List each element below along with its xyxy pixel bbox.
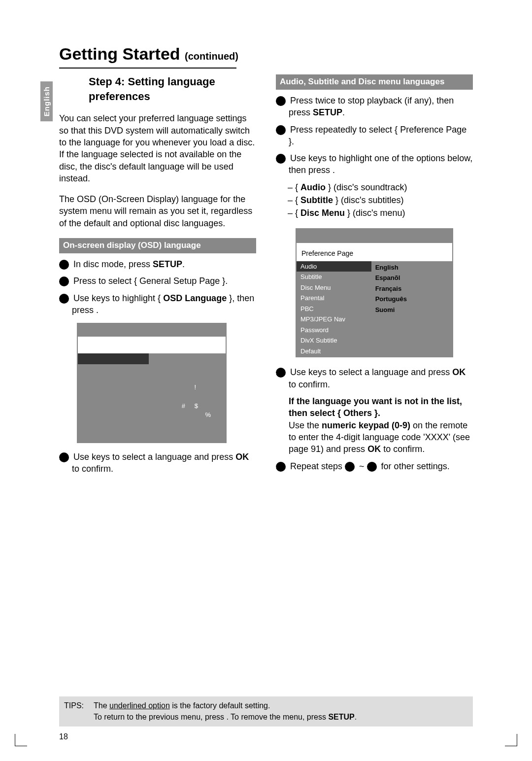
menu-item: Default — [297, 346, 371, 357]
crop-mark-icon — [505, 734, 517, 746]
intro-paragraph-1: You can select your preferred language s… — [59, 112, 256, 184]
menu-item: Suomi — [371, 305, 452, 315]
title-continued: (continued) — [185, 51, 238, 62]
osd-step-2: 2 Press to select { General Setup Page }… — [59, 275, 256, 287]
step-ref-icon: 3 — [345, 462, 355, 472]
menu-item: English — [371, 262, 452, 273]
right-step-4: 4 Use keys to select a language and pres… — [276, 366, 473, 390]
menu-title: Preference Page — [297, 246, 452, 261]
menu-item: DivX Subtitle — [297, 335, 371, 346]
right-step-5: 5 Repeat steps 3 ~ 4 for other settings. — [276, 460, 473, 472]
page: Getting Started (continued) Step 4: Sett… — [0, 0, 532, 505]
left-column: Step 4: Setting language preferences You… — [59, 74, 256, 480]
title-rule — [59, 68, 236, 69]
osd-step-3: 3 Use keys to highlight { OSD Language }… — [59, 292, 256, 316]
audio-section-bar: Audio, Subtitle and Disc menu languages — [276, 74, 473, 90]
menu-item: Subtitle — [297, 272, 371, 282]
crop-mark-icon — [15, 734, 27, 746]
step-number-icon: 5 — [276, 462, 286, 472]
right-step-1: 1 Press twice to stop playback (if any),… — [276, 95, 473, 119]
step-number-icon: 4 — [59, 452, 69, 462]
option-discmenu: – { Disc Menu } (disc's menu) — [276, 207, 473, 219]
tips-bar: TIPS: The underlined option is the facto… — [59, 696, 473, 726]
right-step-3: 3 Use keys to highlight one of the optio… — [276, 152, 473, 176]
tips-label: TIPS: — [64, 700, 84, 723]
right-step-2: 2 Press repeatedly to select { Preferenc… — [276, 124, 473, 148]
osd-menu-illustration: ! # $ % — [77, 323, 227, 443]
section-heading: Step 4: Setting language preferences — [59, 74, 256, 104]
menu-item: MP3/JPEG Nav — [297, 314, 371, 325]
intro-paragraph-2: The OSD (On-Screen Display) language for… — [59, 193, 256, 229]
step-number-icon: 2 — [59, 277, 69, 286]
step-number-icon: 2 — [276, 125, 286, 135]
option-audio: – { Audio } (disc's soundtrack) — [276, 181, 473, 193]
menu-item: Espanõl — [371, 273, 452, 283]
preference-menu-illustration: Preference Page Audio Subtitle Disc Menu… — [296, 228, 453, 358]
osd-mark: $ — [195, 402, 198, 411]
menu-item: Audio — [297, 261, 371, 272]
osd-mark: % — [205, 411, 211, 419]
osd-mark: # — [182, 402, 185, 411]
right-column: Audio, Subtitle and Disc menu languages … — [276, 74, 473, 480]
menu-item: Parental — [297, 293, 371, 304]
step-number-icon: 4 — [276, 368, 286, 378]
option-subtitle: – { Subtitle } (disc's subtitles) — [276, 194, 473, 206]
step-ref-icon: 4 — [367, 462, 377, 472]
osd-step-1: 1 In disc mode, press SETUP. — [59, 258, 256, 270]
menu-right-list: English Espanõl Français Português Suomi — [371, 261, 452, 357]
osd-step-4: 4 Use keys to select a language and pres… — [59, 451, 256, 475]
page-title: Getting Started (continued) — [59, 44, 473, 64]
menu-item: PBC — [297, 304, 371, 314]
osd-mark: ! — [194, 383, 196, 392]
menu-item: Français — [371, 283, 452, 294]
others-note: If the language you want is not in the l… — [276, 395, 473, 455]
title-main: Getting Started — [59, 44, 180, 63]
osd-section-bar: On-screen display (OSD) language — [59, 238, 256, 253]
step-number-icon: 1 — [276, 96, 286, 106]
step-number-icon: 3 — [59, 294, 69, 304]
page-number: 18 — [59, 732, 68, 741]
step-number-icon: 1 — [59, 260, 69, 270]
menu-item: Disc Menu — [297, 282, 371, 293]
menu-item: Password — [297, 325, 371, 336]
menu-item: Português — [371, 294, 452, 305]
step-number-icon: 3 — [276, 154, 286, 164]
tips-text: The underlined option is the factory def… — [94, 700, 357, 723]
menu-left-list: Audio Subtitle Disc Menu Parental PBC MP… — [297, 261, 371, 357]
